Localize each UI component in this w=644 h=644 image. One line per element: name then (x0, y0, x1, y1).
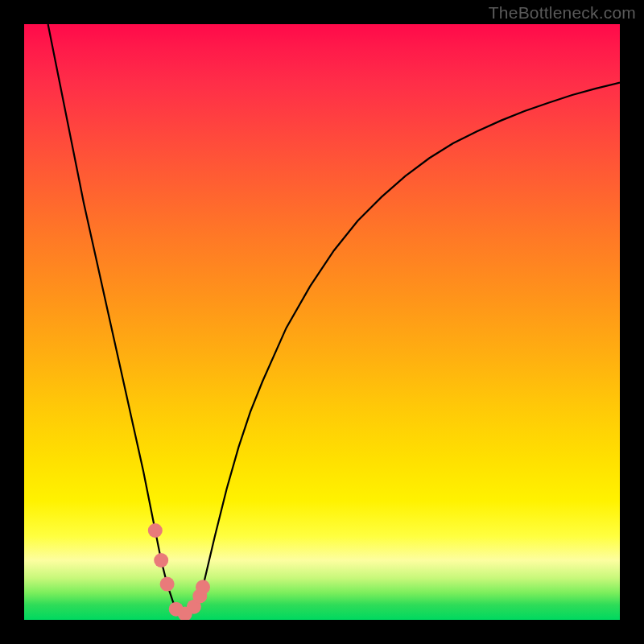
plot-area (24, 24, 620, 620)
curve-layer (24, 24, 620, 620)
marker-point (154, 553, 168, 568)
marker-point (196, 580, 210, 594)
watermark-text: TheBottleneck.com (489, 3, 636, 23)
marker-point (148, 523, 163, 538)
chart-frame: TheBottleneck.com (0, 0, 644, 644)
marker-point (160, 577, 175, 592)
bottleneck-curve (48, 24, 620, 616)
